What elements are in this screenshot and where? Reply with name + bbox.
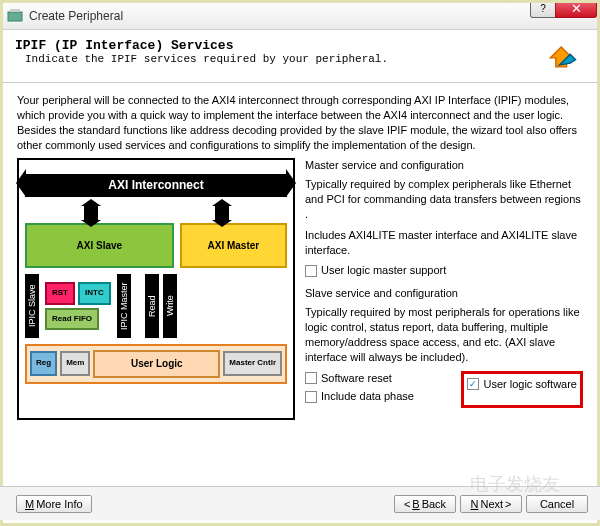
read-fifo-box: Read FIFO [45, 308, 99, 331]
axi-slave-box: AXI Slave [25, 223, 174, 269]
intro-text: Your peripheral will be connected to the… [17, 93, 583, 152]
user-logic-software-label: User logic software [483, 377, 577, 392]
user-logic-box: User Logic [93, 350, 220, 378]
app-icon [7, 8, 23, 24]
master-p2: Includes AXI4LITE master interface and A… [305, 228, 583, 258]
reg-box: Reg [30, 351, 57, 376]
mem-box: Mem [60, 351, 90, 376]
cancel-button[interactable]: Cancel [526, 495, 588, 513]
footer-bar: MMore Info < BBack NNext > Cancel [0, 486, 600, 520]
architecture-diagram: AXI Interconnect AXI Slave AXI Master IP… [17, 158, 295, 420]
include-data-phase-label: Include data phase [321, 389, 414, 404]
axi-interconnect-bar: AXI Interconnect [25, 174, 287, 196]
axi-master-box: AXI Master [180, 223, 287, 269]
help-button[interactable]: ? [530, 0, 556, 18]
master-p1: Typically required by complex peripheral… [305, 177, 583, 222]
master-heading: Master service and configuration [305, 158, 583, 173]
highlight-red-box: ✓ User logic software [461, 371, 583, 409]
intc-box: INTC [78, 282, 111, 305]
wizard-icon [545, 38, 581, 74]
header-section: IPIF (IP Interface) Services Indicate th… [3, 30, 597, 83]
software-reset-label: Software reset [321, 371, 392, 386]
svg-rect-1 [10, 9, 20, 12]
window-title: Create Peripheral [29, 9, 123, 23]
next-button[interactable]: NNext > [460, 495, 522, 513]
master-cntlr-box: Master Cntlr [223, 351, 282, 376]
user-logic-software-checkbox[interactable]: ✓ [467, 378, 479, 390]
svg-rect-0 [8, 12, 22, 21]
page-subtitle: Indicate the IPIF services required by y… [25, 53, 545, 65]
page-title: IPIF (IP Interface) Services [15, 38, 545, 53]
ipic-slave-label: IPIC Slave [25, 274, 39, 338]
title-bar: Create Peripheral ? ✕ [3, 3, 597, 30]
close-button[interactable]: ✕ [555, 0, 597, 18]
user-logic-strip: Reg Mem User Logic Master Cntlr [25, 344, 287, 384]
software-reset-checkbox[interactable] [305, 372, 317, 384]
write-locallink-label: Write LocalLink [163, 274, 177, 338]
include-data-phase-checkbox[interactable] [305, 391, 317, 403]
back-button[interactable]: < BBack [394, 495, 456, 513]
more-info-button[interactable]: MMore Info [16, 495, 92, 513]
rst-box: RST [45, 282, 75, 305]
slave-p1: Typically required by most peripherals f… [305, 305, 583, 364]
slave-heading: Slave service and configuration [305, 286, 583, 301]
read-locallink-label: Read LocalLink [145, 274, 159, 338]
master-support-label: User logic master support [321, 263, 446, 278]
master-support-checkbox[interactable] [305, 265, 317, 277]
ipic-master-label: IPIC Master [117, 274, 131, 338]
